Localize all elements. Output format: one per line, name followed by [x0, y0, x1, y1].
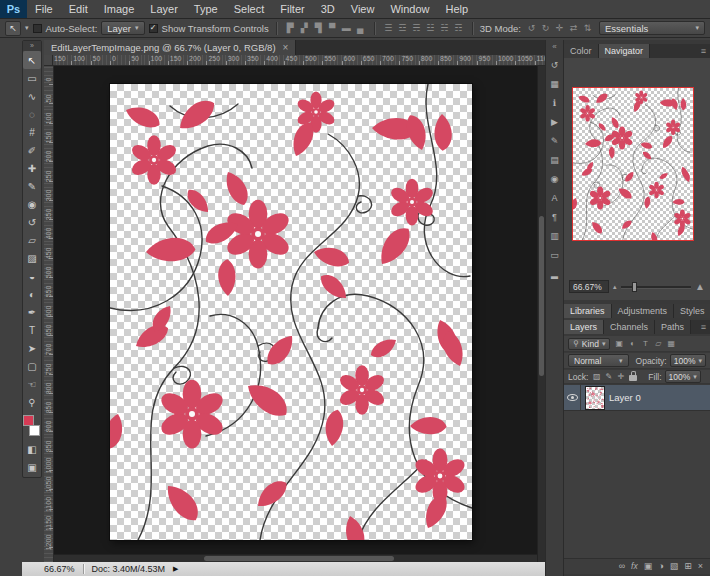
tab-channels[interactable]: Channels: [604, 320, 655, 334]
clone-stamp-tool[interactable]: ◉: [23, 195, 41, 213]
horizontal-scrollbar[interactable]: [54, 554, 537, 562]
menu-layer[interactable]: Layer: [142, 0, 186, 18]
history-brush-tool[interactable]: ↺: [23, 213, 41, 231]
zoom-in-icon[interactable]: ▲: [695, 281, 705, 292]
screen-mode-button[interactable]: ▣: [23, 458, 41, 476]
menu-file[interactable]: File: [27, 0, 61, 18]
menu-help[interactable]: Help: [438, 0, 477, 18]
info-panel-icon[interactable]: ℹ: [547, 96, 562, 109]
lock-position-icon[interactable]: ✛: [615, 371, 626, 382]
history-panel-icon[interactable]: ↺: [547, 58, 562, 71]
align-bottom-icon[interactable]: ▄: [354, 22, 367, 35]
opacity-field[interactable]: 100% ▾: [670, 354, 706, 367]
eraser-tool[interactable]: ▱: [23, 231, 41, 249]
filter-smart-objects-icon[interactable]: ▦: [665, 338, 677, 350]
filter-pixel-layers-icon[interactable]: ▣: [613, 338, 625, 350]
align-right-icon[interactable]: ▜: [312, 22, 325, 35]
histogram-panel-icon[interactable]: ▂: [547, 267, 562, 280]
quick-mask-button[interactable]: ◧: [23, 440, 41, 458]
workspace-switcher[interactable]: Essentials ▾: [599, 21, 705, 35]
adjustment-layer-icon[interactable]: ◑: [658, 562, 663, 571]
document-tab[interactable]: EditLayerTempImage.png @ 66.7% (Layer 0,…: [44, 40, 296, 55]
new-group-icon[interactable]: ▧: [670, 562, 679, 571]
tab-adjustments[interactable]: Adjustments: [612, 304, 675, 318]
tool-preset-icon[interactable]: ↖: [5, 21, 21, 36]
swatches-panel-icon[interactable]: ▥: [547, 229, 562, 242]
menu-edit[interactable]: Edit: [61, 0, 96, 18]
align-top-icon[interactable]: ▀: [326, 22, 339, 35]
blur-tool[interactable]: ◒: [23, 267, 41, 285]
brush-presets-panel-icon[interactable]: ▤: [547, 153, 562, 166]
pen-tool[interactable]: ✒: [23, 303, 41, 321]
quick-selection-tool[interactable]: ◌: [23, 105, 41, 123]
filter-adjustment-layers-icon[interactable]: ◐: [626, 338, 638, 350]
filter-type-dropdown[interactable]: ⚲ Kind ▾: [568, 338, 610, 350]
navigator-zoom-field[interactable]: 66.67%: [569, 280, 609, 293]
auto-select-checkbox[interactable]: [33, 24, 42, 33]
distribute-bottom-icon[interactable]: ☴: [410, 22, 423, 35]
3d-drag-icon[interactable]: ✛: [553, 22, 566, 35]
expand-panels-icon[interactable]: «: [552, 42, 556, 52]
show-transform-checkbox[interactable]: ✓: [149, 24, 158, 33]
tab-layers[interactable]: Layers: [564, 320, 604, 334]
hand-tool[interactable]: ☜: [23, 375, 41, 393]
distribute-top-icon[interactable]: ☰: [382, 22, 395, 35]
tab-paths[interactable]: Paths: [655, 320, 691, 334]
lock-transparency-icon[interactable]: ▨: [591, 371, 602, 382]
lock-pixels-icon[interactable]: ✎: [603, 371, 614, 382]
align-middle-icon[interactable]: ▬: [340, 22, 353, 35]
clone-source-panel-icon[interactable]: ◉: [547, 172, 562, 185]
3d-slide-icon[interactable]: ⇄: [567, 22, 580, 35]
move-tool[interactable]: ↖: [23, 51, 41, 69]
new-layer-icon[interactable]: ⊞: [684, 562, 692, 571]
tools-collapse-icon[interactable]: »: [23, 41, 41, 51]
menu-3d[interactable]: 3D: [313, 0, 343, 18]
menu-image[interactable]: Image: [96, 0, 143, 18]
align-left-icon[interactable]: ▛: [284, 22, 297, 35]
character-panel-icon[interactable]: A: [547, 191, 562, 204]
tab-libraries[interactable]: Libraries: [564, 304, 612, 318]
fill-field[interactable]: 100% ▾: [665, 370, 701, 383]
foreground-swatch[interactable]: [23, 415, 34, 426]
3d-scale-icon[interactable]: ⇅: [581, 22, 594, 35]
3d-rotate-icon[interactable]: ↺: [525, 22, 538, 35]
spot-healing-brush-tool[interactable]: ✚: [23, 159, 41, 177]
actions-panel-icon[interactable]: ▶: [547, 115, 562, 128]
timeline-panel-icon[interactable]: ▭: [547, 248, 562, 261]
tab-styles[interactable]: Styles: [674, 304, 710, 318]
navigator-preview[interactable]: [573, 88, 693, 240]
blend-mode-dropdown[interactable]: Normal ▾: [568, 354, 629, 367]
brush-panel-icon[interactable]: ✎: [547, 134, 562, 147]
menu-view[interactable]: View: [343, 0, 383, 18]
zoom-tool[interactable]: ⚲: [23, 393, 41, 411]
filter-shape-layers-icon[interactable]: ▱: [652, 338, 664, 350]
layer-visibility-toggle[interactable]: [564, 385, 581, 410]
distribute-right-icon[interactable]: ☶: [452, 22, 465, 35]
tab-navigator[interactable]: Navigator: [599, 44, 651, 58]
status-menu-arrow[interactable]: ▶: [173, 565, 178, 573]
add-mask-icon[interactable]: ▣: [644, 562, 653, 571]
eyedropper-tool[interactable]: ✐: [23, 141, 41, 159]
paragraph-panel-icon[interactable]: ¶: [547, 210, 562, 223]
crop-tool[interactable]: #: [23, 123, 41, 141]
brush-tool[interactable]: ✎: [23, 177, 41, 195]
3d-roll-icon[interactable]: ↻: [539, 22, 552, 35]
status-zoom[interactable]: 66.67%: [44, 564, 75, 574]
rectangular-marquee-tool[interactable]: ▭: [23, 69, 41, 87]
distribute-middle-icon[interactable]: ☲: [396, 22, 409, 35]
vertical-scrollbar[interactable]: [537, 66, 545, 562]
zoom-out-icon[interactable]: ▴: [613, 283, 617, 291]
auto-select-target-dropdown[interactable]: Layer ▾: [101, 21, 144, 35]
tab-color[interactable]: Color: [564, 44, 599, 58]
filter-type-layers-icon[interactable]: T: [639, 338, 651, 350]
menu-filter[interactable]: Filter: [272, 0, 312, 18]
vertical-scrollbar-thumb[interactable]: [539, 216, 544, 376]
layers-panel-menu-icon[interactable]: ≡: [697, 320, 710, 334]
layer-style-icon[interactable]: fx: [631, 562, 638, 571]
delete-layer-icon[interactable]: ×: [698, 562, 703, 571]
path-selection-tool[interactable]: ➤: [23, 339, 41, 357]
horizontal-type-tool[interactable]: T: [23, 321, 41, 339]
close-icon[interactable]: ×: [283, 42, 289, 53]
gradient-tool[interactable]: ▨: [23, 249, 41, 267]
dodge-tool[interactable]: ◐: [23, 285, 41, 303]
